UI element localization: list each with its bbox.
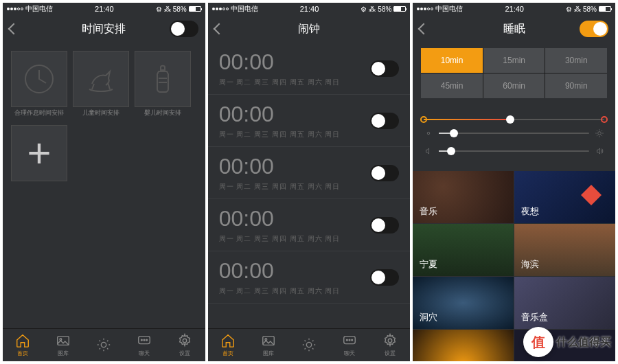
duration-10min[interactable]: 10min — [421, 48, 483, 73]
brightness-low-icon — [424, 128, 433, 138]
sound-cave[interactable]: 洞穴 — [413, 277, 514, 329]
svg-point-18 — [598, 132, 602, 135]
bottle-icon — [146, 62, 180, 96]
tab-settings[interactable]: 设置 — [177, 333, 192, 357]
svg-point-14 — [349, 339, 350, 341]
sound-musicbox[interactable]: 音乐盒 — [514, 277, 615, 329]
alarm-toggle[interactable] — [370, 217, 399, 234]
tab-sun[interactable] — [301, 337, 317, 354]
svg-point-5 — [141, 339, 143, 341]
volume-slider[interactable] — [424, 146, 604, 156]
duration-45min[interactable]: 45min — [421, 73, 483, 98]
status-bar: 中国电信 21:40 ⚙⁂58% — [413, 3, 615, 15]
nav-bar: 时间安排 — [3, 15, 205, 43]
rocking-horse-icon — [84, 62, 118, 96]
sound-beach[interactable]: 海滨 — [514, 224, 615, 276]
alarm-toggle[interactable] — [370, 165, 399, 181]
alarm-row[interactable]: 00:00周一 周二 周三 周四 周五 周六 周日 — [208, 147, 411, 199]
tab-chat[interactable]: 聊天 — [342, 333, 357, 357]
svg-point-17 — [428, 132, 431, 135]
duration-90min[interactable]: 90min — [545, 73, 607, 98]
svg-point-15 — [352, 339, 353, 341]
tab-home[interactable]: 首页 — [15, 333, 30, 357]
tab-chat[interactable]: 聊天 — [137, 333, 152, 357]
svg-point-3 — [102, 342, 106, 347]
screen-sleep: 中国电信 21:40 ⚙⁂58% 睡眠 10min 15min 30min 45… — [413, 3, 615, 361]
duration-30min[interactable]: 30min — [545, 48, 607, 73]
svg-point-8 — [183, 339, 187, 343]
tab-bar: 首页 图库 聊天 设置 — [3, 328, 205, 361]
back-icon[interactable] — [213, 23, 225, 35]
color-slider[interactable] — [424, 119, 604, 120]
alarm-row[interactable]: 00:00周一 周二 周三 周四 周五 周六 周日 — [208, 199, 411, 251]
tab-bar: 首页 图库 聊天 设置 — [208, 328, 411, 361]
alarm-row[interactable]: 00:00周一 周二 周三 周四 周五 周六 周日 — [208, 251, 411, 304]
tab-home[interactable]: 首页 — [220, 333, 236, 357]
svg-point-13 — [346, 339, 347, 341]
alarm-list: 00:00周一 周二 周三 周四 周五 周六 周日 00:00周一 周二 周三 … — [208, 43, 411, 328]
brightness-high-icon — [595, 128, 604, 138]
nav-bar: 闹钟 — [208, 15, 411, 43]
status-bar: 中国电信 21:40 ⚙⁂58% — [208, 3, 411, 15]
sound-night[interactable]: 夜想 — [514, 171, 615, 223]
duration-15min[interactable]: 15min — [483, 48, 545, 73]
alarm-toggle[interactable] — [370, 60, 399, 77]
alarm-row[interactable]: 00:00周一 周二 周三 周四 周五 周六 周日 — [208, 95, 411, 147]
alarm-toggle[interactable] — [370, 269, 399, 286]
brightness-slider[interactable] — [424, 128, 604, 138]
duration-60min[interactable]: 60min — [483, 73, 545, 98]
tile-add[interactable]: + — [11, 125, 67, 181]
volume-high-icon — [595, 146, 604, 156]
tab-gallery[interactable]: 图库 — [56, 333, 71, 357]
sun-icon — [96, 337, 111, 352]
back-icon[interactable] — [8, 23, 20, 35]
sound-ningxia[interactable]: 宁夏 — [413, 224, 514, 276]
back-icon[interactable] — [418, 23, 430, 35]
tile-rest-schedule[interactable]: 合理作息时间安排 — [11, 51, 67, 107]
tile-baby-schedule[interactable]: 婴儿时间安排 — [135, 51, 191, 107]
sound-music[interactable]: 音乐 — [413, 171, 514, 223]
nav-bar: 睡眠 — [413, 15, 615, 43]
gear-icon — [177, 333, 192, 348]
svg-point-7 — [146, 339, 148, 341]
chat-icon — [137, 333, 152, 348]
page-title: 闹钟 — [298, 22, 320, 36]
svg-point-11 — [306, 342, 311, 347]
svg-point-6 — [144, 339, 145, 341]
alarm-toggle[interactable] — [370, 113, 399, 129]
duration-grid: 10min 15min 30min 45min 60min 90min — [421, 48, 607, 98]
tile-child-schedule[interactable]: 儿童时间安排 — [73, 51, 129, 107]
page-title: 睡眠 — [503, 22, 525, 36]
sleep-toggle[interactable] — [580, 21, 608, 37]
page-title: 时间安排 — [82, 22, 126, 36]
screen-alarm: 中国电信 21:40 ⚙⁂58% 闹钟 00:00周一 周二 周三 周四 周五 … — [208, 3, 411, 361]
status-bar: 中国电信 21:40 ⚙⁂58% — [3, 3, 205, 15]
volume-low-icon — [424, 146, 433, 156]
screen-schedule: 中国电信 21:40 ⚙⁂58% 时间安排 合理作息时间安排 儿童时间安排 婴儿… — [3, 3, 205, 361]
watermark: 值 什么值得买 — [523, 327, 611, 357]
alarm-row[interactable]: 00:00周一 周二 周三 周四 周五 周六 周日 — [208, 43, 411, 95]
home-icon — [15, 333, 30, 348]
gallery-icon — [56, 333, 71, 348]
tab-gallery[interactable]: 图库 — [261, 333, 276, 357]
plus-icon: + — [27, 133, 51, 174]
clock-icon — [22, 62, 56, 96]
sound-fire[interactable] — [413, 330, 514, 361]
tab-settings[interactable]: 设置 — [382, 333, 398, 357]
tab-sun[interactable] — [96, 337, 111, 354]
schedule-toggle[interactable] — [170, 21, 198, 37]
svg-point-16 — [388, 339, 392, 343]
